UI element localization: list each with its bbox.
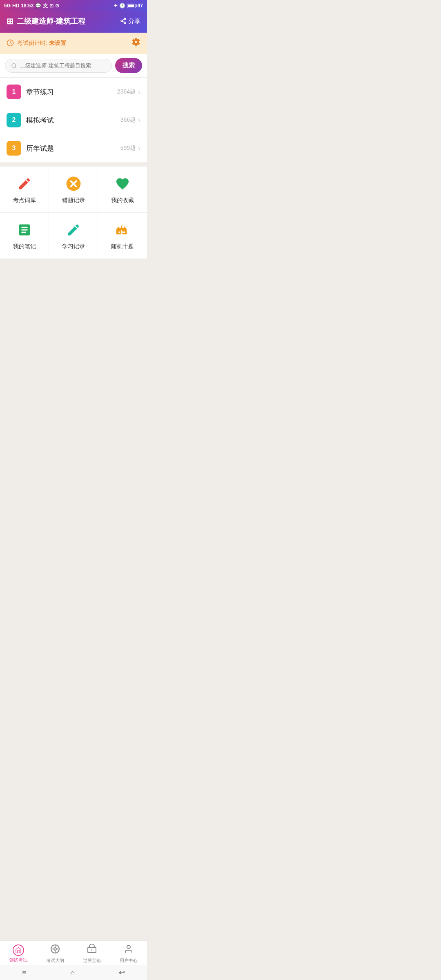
bluetooth-icon: ✦: [114, 3, 118, 9]
nav-icon: ⊡: [49, 3, 53, 9]
suiji-label: 随机十题: [111, 243, 134, 250]
xuexi-label: 学习记录: [62, 243, 85, 250]
countdown-left: 考试倒计时: 未设置: [7, 39, 66, 48]
pencil-icon: [16, 175, 33, 193]
practice-item-mock[interactable]: 2 模拟考试 366题 ›: [0, 106, 147, 134]
header-app-icon: ⊞: [7, 16, 13, 26]
x-circle-icon: [65, 175, 82, 193]
item-name-mock: 模拟考试: [26, 116, 120, 125]
chat-icon: 💬: [35, 3, 41, 9]
battery-indicator: [127, 4, 136, 8]
status-bar: 5G HD 18:53 💬 支 ⊡ ⊙ ✦ 🕐 97: [0, 0, 147, 11]
page-header: ⊞ 二级建造师-建筑工程 分享: [0, 11, 147, 33]
countdown-banner: 考试倒计时: 未设置: [0, 33, 147, 54]
search-input-wrap[interactable]: [5, 59, 112, 73]
svg-line-3: [122, 21, 125, 22]
feature-grid: 考点词库 错题记录 我的收藏 我的笔记: [0, 167, 147, 259]
svg-point-1: [121, 20, 122, 22]
page-title: 二级建造师-建筑工程: [17, 16, 85, 26]
share-button[interactable]: 分享: [120, 18, 140, 25]
chevron-icon-2: ›: [138, 116, 140, 125]
settings-icon[interactable]: [131, 38, 140, 49]
item-num-2: 2: [7, 113, 21, 127]
item-count-past: 599题: [120, 145, 136, 152]
cuoti-label: 错题记录: [62, 197, 85, 204]
binoculars-icon: [114, 221, 131, 239]
item-name-chapter: 章节练习: [26, 87, 117, 97]
svg-line-7: [15, 67, 16, 68]
empty-content-area: [0, 259, 147, 381]
kaodian-label: 考点词库: [13, 197, 36, 204]
chevron-icon-3: ›: [138, 144, 140, 153]
share-label: 分享: [128, 18, 140, 25]
svg-point-6: [12, 63, 16, 67]
section-divider: [0, 163, 147, 167]
item-num-3: 3: [7, 141, 21, 156]
clock-icon: 🕐: [119, 3, 125, 9]
practice-list: 1 章节练习 2364题 › 2 模拟考试 366题 › 3 历年试题 599题…: [0, 78, 147, 163]
chevron-icon-1: ›: [138, 88, 140, 96]
shoucang-label: 我的收藏: [111, 197, 134, 204]
pen-icon: [65, 221, 82, 239]
compass-icon: ⊙: [55, 3, 59, 9]
notes-icon: [16, 221, 33, 239]
practice-item-chapter[interactable]: 1 章节练习 2364题 ›: [0, 78, 147, 106]
countdown-text: 考试倒计时: 未设置: [17, 40, 66, 47]
search-icon: [11, 62, 17, 69]
clock-circle-icon: [7, 39, 14, 48]
search-bar: 搜索: [0, 54, 147, 77]
item-name-past: 历年试题: [26, 144, 120, 153]
hd-badge: HD: [12, 3, 19, 9]
item-count-chapter: 2364题: [117, 88, 136, 96]
time-display: 18:53: [21, 3, 33, 9]
svg-point-0: [124, 18, 126, 20]
header-title-group: ⊞ 二级建造师-建筑工程: [7, 16, 85, 26]
feature-cuoti[interactable]: 错题记录: [49, 167, 98, 213]
pay-icon: 支: [43, 2, 48, 9]
svg-line-4: [122, 19, 125, 20]
signal-text: 5G: [4, 3, 11, 9]
status-left: 5G HD 18:53 💬 支 ⊡ ⊙: [4, 2, 59, 9]
heart-icon: [114, 175, 131, 193]
share-icon: [120, 18, 127, 25]
item-count-mock: 366题: [120, 116, 136, 124]
practice-item-past[interactable]: 3 历年试题 599题 ›: [0, 134, 147, 163]
feature-kaodian[interactable]: 考点词库: [0, 167, 49, 213]
feature-xuexi[interactable]: 学习记录: [49, 213, 98, 259]
status-right: ✦ 🕐 97: [114, 3, 143, 9]
biji-label: 我的笔记: [13, 243, 36, 250]
search-button[interactable]: 搜索: [115, 58, 142, 73]
item-num-1: 1: [7, 85, 21, 99]
feature-shoucang[interactable]: 我的收藏: [98, 167, 147, 213]
feature-suiji[interactable]: 随机十题: [98, 213, 147, 259]
feature-biji[interactable]: 我的笔记: [0, 213, 49, 259]
search-input[interactable]: [20, 62, 106, 69]
svg-point-2: [124, 22, 126, 23]
battery-percent: 97: [138, 3, 143, 9]
